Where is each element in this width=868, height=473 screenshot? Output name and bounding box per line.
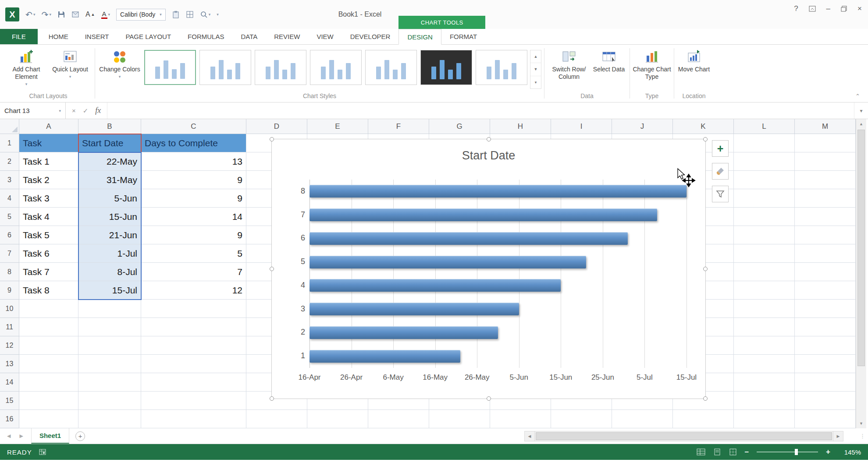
cell-F16[interactable] bbox=[368, 410, 429, 428]
cell-B6[interactable]: 21-Jun bbox=[78, 226, 141, 244]
redo-button[interactable]: ↷▾ bbox=[41, 11, 51, 19]
cell-B13[interactable] bbox=[78, 355, 141, 373]
row-header-13[interactable]: 13 bbox=[0, 355, 19, 373]
cell-B12[interactable] bbox=[78, 336, 141, 355]
enter-formula-button[interactable]: ✓ bbox=[83, 107, 89, 115]
cell-J16[interactable] bbox=[612, 410, 673, 428]
minimize-button[interactable]: – bbox=[826, 4, 830, 13]
cell-L9[interactable] bbox=[734, 281, 795, 300]
paste-button[interactable] bbox=[172, 11, 180, 18]
cell-A13[interactable] bbox=[19, 355, 78, 373]
cell-E16[interactable] bbox=[307, 410, 368, 428]
chart-style-thumb-1[interactable] bbox=[144, 50, 196, 85]
cell-B8[interactable]: 8-Jul bbox=[78, 263, 141, 281]
chart-style-thumb-3[interactable] bbox=[255, 50, 306, 85]
row-header-3[interactable]: 3 bbox=[0, 171, 19, 189]
cell-A15[interactable] bbox=[19, 392, 78, 410]
row-header-16[interactable]: 16 bbox=[0, 410, 19, 428]
cell-M2[interactable] bbox=[795, 152, 856, 171]
collapse-ribbon-button[interactable]: ⌃ bbox=[855, 93, 860, 99]
cell-G16[interactable] bbox=[429, 410, 490, 428]
gallery-scroll-down-button[interactable]: ▼ bbox=[530, 63, 541, 76]
cell-M7[interactable] bbox=[795, 244, 856, 263]
cell-C13[interactable] bbox=[141, 355, 246, 373]
column-header-B[interactable]: B bbox=[78, 119, 141, 134]
cell-M5[interactable] bbox=[795, 208, 856, 226]
chart-bar[interactable] bbox=[309, 208, 657, 221]
name-box[interactable]: Chart 13 ▾ bbox=[0, 102, 66, 119]
find-button[interactable]: ▾ bbox=[200, 11, 211, 18]
column-header-J[interactable]: J bbox=[612, 119, 673, 134]
cell-C16[interactable] bbox=[141, 410, 246, 428]
cell-M12[interactable] bbox=[795, 336, 856, 355]
cell-B14[interactable] bbox=[78, 373, 141, 392]
gallery-more-button[interactable]: ▾ bbox=[530, 76, 541, 88]
chart-style-thumb-5[interactable] bbox=[365, 50, 417, 85]
cell-A14[interactable] bbox=[19, 373, 78, 392]
row-header-1[interactable]: 1 bbox=[0, 134, 19, 152]
chart-style-thumb-2[interactable] bbox=[199, 50, 251, 85]
zoom-slider-handle[interactable] bbox=[795, 449, 798, 455]
cell-A6[interactable]: Task 5 bbox=[19, 226, 78, 244]
cell-C7[interactable]: 5 bbox=[141, 244, 246, 263]
cell-C9[interactable]: 12 bbox=[141, 281, 246, 300]
restore-button[interactable] bbox=[841, 6, 847, 12]
select-all-corner[interactable] bbox=[0, 119, 19, 134]
cell-A2[interactable]: Task 1 bbox=[19, 152, 78, 171]
chart-resize-handle[interactable] bbox=[487, 396, 491, 401]
zoom-slider[interactable] bbox=[757, 452, 818, 452]
cell-C3[interactable]: 9 bbox=[141, 171, 246, 189]
cell-L4[interactable] bbox=[734, 189, 795, 208]
cell-C2[interactable]: 13 bbox=[141, 152, 246, 171]
cell-H16[interactable] bbox=[490, 410, 551, 428]
grow-font-button[interactable]: A▲ bbox=[85, 11, 95, 18]
cell-A12[interactable] bbox=[19, 336, 78, 355]
zoom-out-button[interactable]: – bbox=[745, 448, 749, 456]
cell-M13[interactable] bbox=[795, 355, 856, 373]
page-break-view-button[interactable] bbox=[729, 448, 737, 455]
close-button[interactable]: × bbox=[857, 4, 862, 13]
cell-M15[interactable] bbox=[795, 392, 856, 410]
next-sheet-button[interactable]: ▶ bbox=[19, 433, 23, 439]
cell-M11[interactable] bbox=[795, 318, 856, 336]
switch-row-column-button[interactable]: Switch Row/ Column bbox=[547, 46, 591, 81]
horizontal-scrollbar[interactable]: ◀ ▶ bbox=[524, 431, 843, 441]
row-header-4[interactable]: 4 bbox=[0, 189, 19, 208]
cell-L15[interactable] bbox=[734, 392, 795, 410]
chart-title[interactable]: Start Date bbox=[272, 149, 705, 162]
cell-C5[interactable]: 14 bbox=[141, 208, 246, 226]
cell-M3[interactable] bbox=[795, 171, 856, 189]
cell-B2[interactable]: 22-May bbox=[78, 152, 141, 171]
page-layout-view-button[interactable] bbox=[713, 448, 721, 455]
macro-record-icon[interactable] bbox=[39, 449, 46, 455]
previous-sheet-button[interactable]: ◀ bbox=[7, 433, 11, 439]
cell-B1[interactable]: Start Date bbox=[78, 134, 141, 152]
chart[interactable]: Start Date 16-Apr26-Apr6-May16-May26-May… bbox=[271, 139, 706, 399]
cell-C14[interactable] bbox=[141, 373, 246, 392]
tab-insert[interactable]: INSERT bbox=[77, 29, 117, 44]
cell-C6[interactable]: 9 bbox=[141, 226, 246, 244]
cell-C1[interactable]: Days to Complete bbox=[141, 134, 246, 152]
column-header-F[interactable]: F bbox=[368, 119, 429, 134]
cell-L8[interactable] bbox=[734, 263, 795, 281]
chart-resize-handle[interactable] bbox=[703, 137, 708, 141]
tab-file[interactable]: FILE bbox=[0, 29, 38, 44]
insert-function-button[interactable]: fx bbox=[95, 106, 101, 115]
row-header-11[interactable]: 11 bbox=[0, 318, 19, 336]
row-header-12[interactable]: 12 bbox=[0, 336, 19, 355]
column-header-K[interactable]: K bbox=[673, 119, 734, 134]
ribbon-display-options-button[interactable] bbox=[809, 5, 816, 12]
cell-M1[interactable] bbox=[795, 134, 856, 152]
cell-M4[interactable] bbox=[795, 189, 856, 208]
cell-A10[interactable] bbox=[19, 300, 78, 318]
borders-button[interactable] bbox=[186, 11, 194, 18]
cell-A16[interactable] bbox=[19, 410, 78, 428]
scroll-down-button[interactable]: ▼ bbox=[856, 419, 866, 428]
cell-C10[interactable] bbox=[141, 300, 246, 318]
chart-bar[interactable] bbox=[309, 326, 498, 339]
row-header-5[interactable]: 5 bbox=[0, 208, 19, 226]
tab-view[interactable]: VIEW bbox=[308, 29, 342, 44]
cell-M6[interactable] bbox=[795, 226, 856, 244]
cell-A9[interactable]: Task 8 bbox=[19, 281, 78, 300]
tab-page-layout[interactable]: PAGE LAYOUT bbox=[117, 29, 179, 44]
